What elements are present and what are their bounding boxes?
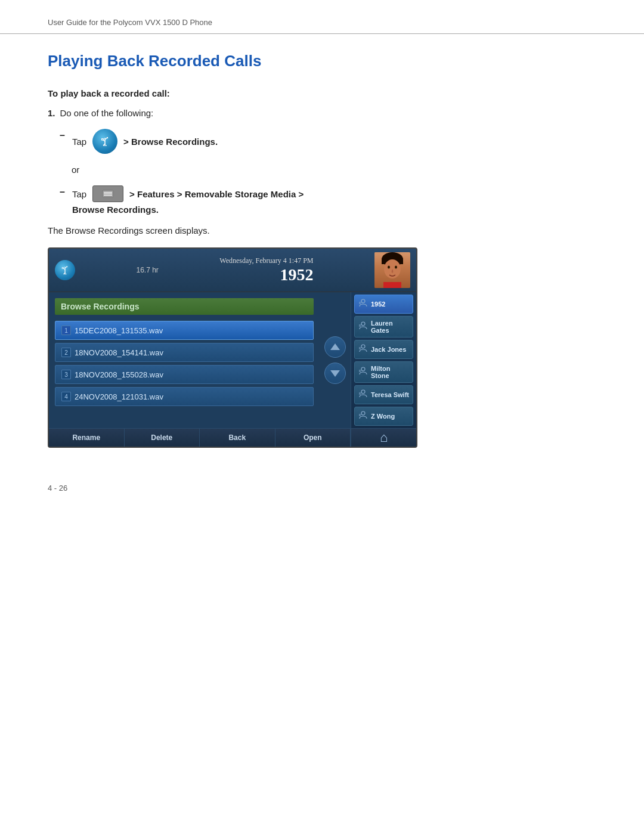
bottom-btn-delete[interactable]: Delete [125,429,200,447]
contact-icon [358,321,368,333]
file-list: 115DEC2008_131535.wav218NOV2008_154141.w… [55,321,314,406]
svg-rect-26 [383,282,401,288]
option2-action2: Browse Recordings. [72,205,159,215]
file-num: 3 [61,370,71,379]
option2-item: – Tap > Features > Removable Storage Med… [60,185,596,215]
option2-tap-label: Tap [72,189,86,199]
file-name: 18NOV2008_154141.wav [75,348,163,357]
file-num: 1 [61,326,71,335]
svg-point-35 [361,345,365,348]
svg-rect-17 [62,268,63,269]
option2-content: Tap > Features > Removable Storage Media… [72,185,304,215]
contact-btn[interactable]: Teresa Swift [354,385,413,404]
file-item[interactable]: 218NOV2008_154141.wav [55,343,314,362]
bottom-btn-rename[interactable]: Rename [49,429,125,447]
contact-btn[interactable]: Z Wong [354,407,413,426]
svg-marker-27 [330,343,340,350]
option1-item: – Tap [60,129,596,154]
doc-content: Playing Back Recorded Calls To play back… [0,34,644,472]
bottom-btn-open[interactable]: Open [275,429,351,447]
contact-name: Jack Jones [371,346,406,353]
contact-name: Teresa Swift [371,391,409,398]
svg-point-15 [66,266,67,267]
svg-point-20 [64,272,66,274]
contact-btn[interactable]: Milton Stone [354,361,413,383]
browse-title-bar: Browse Recordings [55,298,314,315]
dash2: – [60,187,65,197]
page-number: 4 - 26 [48,484,67,493]
avatar-face [374,252,410,288]
svg-point-38 [361,367,365,371]
dash1: – [60,130,65,141]
home-icon: ⌂ [380,430,388,445]
screen-center-info: 16.7 hr [136,266,158,274]
header-breadcrumb: User Guide for the Polycom VVX 1500 D Ph… [48,18,212,27]
svg-marker-28 [330,370,340,377]
svg-point-41 [361,390,365,394]
svg-point-3 [107,137,108,138]
contacts-sidebar: 1952 Lauren Gates Jack Jon [351,292,416,428]
bottom-btn-back[interactable]: Back [200,429,275,447]
doc-header: User Guide for the Polycom VVX 1500 D Ph… [0,0,644,34]
file-name: 15DEC2008_131535.wav [75,326,163,335]
phone-screen: 16.7 hr Wednesday, February 4 1:47 PM 19… [48,247,417,448]
file-name: 18NOV2008_155028.wav [75,370,163,379]
step1-intro: 1. Do one of the following: [48,108,596,118]
contact-icon [358,366,368,378]
screen-date-time: Wednesday, February 4 1:47 PM [219,256,313,265]
svg-point-29 [361,299,365,303]
contact-name: Z Wong [371,413,395,420]
section-heading: To play back a recorded call: [48,88,596,98]
browse-screen-text: The Browse Recordings screen displays. [48,225,596,236]
screen-call-number: 1952 [280,265,314,284]
screen-main: Browse Recordings 115DEC2008_131535.wav2… [49,292,416,428]
scroll-arrows [320,292,351,428]
contact-name: Milton Stone [371,365,409,379]
file-num: 4 [61,392,71,401]
contact-btn[interactable]: 1952 [354,295,413,314]
contact-icon [358,343,368,355]
svg-point-24 [388,266,390,269]
contact-btn[interactable]: Jack Jones [354,340,413,359]
file-item[interactable]: 115DEC2008_131535.wav [55,321,314,340]
contact-icon [358,410,368,422]
file-name: 24NOV2008_121031.wav [75,392,163,401]
svg-point-32 [361,322,365,326]
option1-action: > Browse Recordings. [123,137,218,147]
file-num: 2 [61,348,71,357]
contact-icon [358,389,368,401]
avatar [374,252,410,288]
or-text: or [72,165,596,175]
menu-icon-btn [92,185,123,202]
contact-btn[interactable]: Lauren Gates [354,316,413,337]
page-title: Playing Back Recorded Calls [48,52,596,70]
screen-bottom-buttons: RenameDeleteBackOpen ⌂ [49,428,416,447]
contact-name: Lauren Gates [371,320,409,334]
screen-top-right: Wednesday, February 4 1:47 PM 1952 [219,256,313,284]
option1-content: Tap > Browse [72,129,218,154]
option2-action: > Features > Removable Storage Media > [129,189,304,199]
file-item[interactable]: 424NOV2008_121031.wav [55,387,314,406]
screen-left: Browse Recordings 115DEC2008_131535.wav2… [49,292,320,428]
step-options-list: – Tap [60,129,596,215]
svg-point-44 [361,411,365,415]
screen-topbar: 16.7 hr Wednesday, February 4 1:47 PM 19… [49,249,416,292]
file-item[interactable]: 318NOV2008_155028.wav [55,365,314,384]
screen-storage-label: 16.7 hr [136,266,158,274]
svg-point-25 [395,266,397,269]
scroll-up-arrow[interactable] [324,336,346,358]
step1-text: Do one of the following: [60,108,154,118]
screen-usb-icon [55,260,75,280]
contact-icon [358,298,368,310]
svg-point-8 [104,144,106,145]
home-button-placeholder[interactable]: ⌂ [351,429,416,447]
scroll-down-arrow[interactable] [324,363,346,384]
option1-tap-label: Tap [72,137,86,147]
svg-rect-5 [102,139,104,141]
contact-name: 1952 [371,301,385,308]
step-number: 1. [48,108,55,118]
usb-icon [92,129,117,154]
doc-footer: 4 - 26 [0,472,644,504]
